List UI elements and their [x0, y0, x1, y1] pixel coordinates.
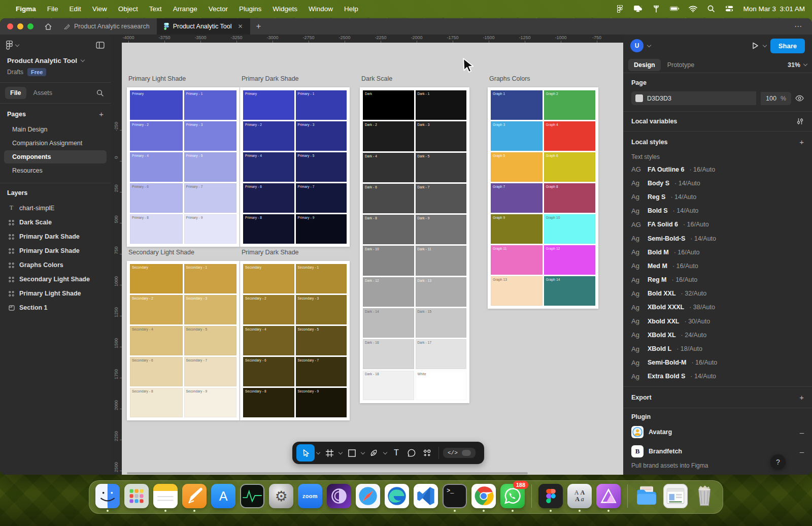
text-style-xbold-xxxl[interactable]: AgXBold XXXL· 38/Auto [623, 301, 812, 314]
color-swatch[interactable]: Dark - 10 [363, 246, 414, 275]
color-swatch[interactable]: Primary - 7 [184, 183, 237, 213]
color-swatch[interactable]: Secondary - 5 [184, 326, 237, 355]
text-style-semi-bold-m[interactable]: AgSemi-Bold-M· 16/Auto [623, 356, 812, 370]
dock-app-store-icon[interactable]: A [211, 484, 235, 508]
text-style-fa-solid-6[interactable]: AGFA Solid 6· 16/Auto [623, 218, 812, 232]
color-swatch[interactable]: Graph 2 [544, 90, 596, 120]
menu-arrange[interactable]: Arrange [167, 5, 203, 13]
dock-launchpad-icon[interactable] [124, 484, 149, 508]
menu-figma[interactable]: Figma [10, 5, 42, 13]
color-swatch[interactable]: Primary - 5 [296, 152, 347, 182]
figma-main-menu-icon[interactable] [6, 41, 13, 50]
dock-font-book-icon[interactable]: A AA a [567, 484, 592, 508]
dock-downloads-folder-icon[interactable] [634, 484, 659, 508]
menu-widgets[interactable]: Widgets [267, 5, 303, 13]
dock-whatsapp-icon[interactable]: 188 [500, 484, 525, 508]
text-tool[interactable]: T [389, 444, 404, 462]
page-item-main-design[interactable]: Main Design [4, 123, 107, 136]
text-style-xbold-l[interactable]: AgXBold L· 18/Auto [623, 342, 812, 355]
control-center-icon[interactable] [725, 5, 734, 13]
file-title-dropdown[interactable]: Product Analytic Tool [7, 57, 104, 64]
color-swatch[interactable]: Dark - 13 [416, 277, 467, 307]
home-button[interactable] [40, 18, 57, 35]
frame-secondary-light-shade[interactable]: SecondarySecondary - 1Secondary - 2Secon… [127, 261, 240, 420]
share-button[interactable]: Share [770, 39, 805, 53]
horizontal-scrollbar[interactable] [127, 472, 528, 474]
tab-product-analytic-research[interactable]: Product Analytic resaearch [57, 18, 157, 35]
color-swatch[interactable]: Secondary - 4 [130, 326, 183, 355]
layer-primary-dark-shade[interactable]: Primary Dark Shade [0, 229, 111, 244]
page-item-comparision-assignment[interactable]: Comparision Assignment [4, 137, 107, 150]
color-swatch[interactable]: Primary - 1 [296, 90, 347, 120]
color-swatch[interactable]: Secondary - 2 [243, 295, 294, 324]
add-page-button[interactable]: + [99, 110, 104, 118]
frame-tool-dropdown[interactable] [337, 452, 344, 454]
color-swatch[interactable]: Dark - 4 [363, 153, 414, 182]
color-swatch[interactable]: Graph 10 [544, 214, 596, 244]
text-style-xbold-xl[interactable]: AgXBold XL· 24/Auto [623, 328, 812, 342]
dock-vscode-icon[interactable] [414, 484, 438, 508]
color-swatch[interactable]: Dark - 3 [416, 121, 467, 151]
dock-zoom-icon[interactable]: zoom [298, 484, 322, 508]
dock-finder-icon[interactable] [95, 484, 120, 508]
color-swatch[interactable]: Secondary - 6 [243, 357, 294, 386]
plugin-avatarg-row[interactable]: Avatarg – [623, 422, 812, 442]
tab-assets[interactable]: Assets [28, 87, 58, 99]
text-style-fa-outline-6[interactable]: AGFA Outline 6· 16/Auto [623, 162, 812, 176]
text-style-reg-m[interactable]: AgReg M· 16/Auto [623, 273, 812, 287]
frame-primary-dark-shade[interactable]: PrimaryPrimary - 1Primary - 2Primary - 3… [240, 87, 350, 247]
layer-primary-dark-shade[interactable]: Primary Dark Shade [0, 244, 111, 258]
zoom-window-button[interactable] [27, 23, 33, 29]
local-variables-row[interactable]: Local variables [631, 118, 804, 125]
new-tab-button[interactable]: + [250, 18, 267, 35]
menu-clock[interactable]: Mon Mar 3 3:01 AM [743, 5, 805, 13]
color-swatch[interactable]: Dark - 18 [363, 371, 414, 400]
menu-plugins[interactable]: Plugins [233, 5, 267, 13]
frame-dark-scale[interactable]: DarkDark - 1Dark - 2Dark - 3Dark - 4Dark… [360, 87, 469, 403]
color-swatch[interactable]: Dark - 6 [363, 184, 414, 213]
page-item-resources[interactable]: Resources [4, 164, 107, 177]
color-swatch[interactable]: Dark - 8 [363, 215, 414, 244]
page-color-chip[interactable] [635, 94, 643, 102]
layer-graphs-colors[interactable]: Graphs Colors [0, 258, 111, 272]
user-avatar[interactable]: U [630, 39, 644, 52]
pen-tool[interactable] [366, 444, 382, 462]
menu-text[interactable]: Text [144, 5, 167, 13]
page-color-field[interactable]: D3D3D3 [631, 91, 756, 105]
actions-tool[interactable] [419, 444, 434, 462]
color-swatch[interactable]: Dark - 15 [416, 308, 467, 338]
search-icon[interactable] [706, 5, 716, 13]
color-swatch[interactable]: Graph 11 [491, 245, 543, 275]
dock-chrome-icon[interactable] [471, 484, 496, 508]
color-swatch[interactable]: Primary [243, 90, 294, 120]
dock-safari-icon[interactable] [356, 484, 380, 508]
color-swatch[interactable]: Graph 9 [491, 214, 543, 244]
toggle-sidebar-icon[interactable] [96, 42, 105, 49]
color-swatch[interactable]: Graph 4 [544, 121, 596, 151]
color-swatch[interactable]: Dark - 11 [416, 246, 467, 275]
color-swatch[interactable]: Secondary - 9 [184, 388, 237, 417]
color-swatch[interactable]: Dark - 7 [416, 184, 467, 213]
color-swatch[interactable]: Primary - 2 [130, 121, 183, 151]
color-swatch[interactable]: Secondary - 9 [296, 388, 347, 417]
tab-file[interactable]: File [5, 87, 26, 99]
color-swatch[interactable]: Primary - 9 [296, 214, 347, 244]
color-swatch[interactable]: Graph 14 [544, 276, 596, 306]
main-menu-chevron-icon[interactable] [15, 42, 19, 46]
dock-affinity-icon[interactable] [596, 484, 621, 508]
tab-prototype[interactable]: Prototype [662, 59, 700, 71]
text-style-bold-xxl[interactable]: AgBold XXL· 32/Auto [623, 287, 812, 301]
color-swatch[interactable]: Primary - 8 [130, 214, 183, 244]
text-style-bold-s[interactable]: AgBold S· 14/Auto [623, 204, 812, 218]
page-item-components[interactable]: Components [4, 150, 107, 163]
color-swatch[interactable]: Dark - 2 [363, 121, 414, 151]
menu-file[interactable]: File [42, 5, 64, 13]
remove-plugin-icon[interactable]: – [800, 447, 804, 456]
color-swatch[interactable]: Secondary - 4 [243, 326, 294, 355]
wifi-icon[interactable] [688, 5, 697, 13]
text-style-semi-bold-s[interactable]: AgSemi-Bold-S· 14/Auto [623, 232, 812, 245]
dock-figma-icon[interactable] [538, 484, 563, 508]
shape-tool-dropdown[interactable] [359, 452, 366, 454]
pen-tool-dropdown[interactable] [382, 452, 389, 454]
menu-vector[interactable]: Vector [203, 5, 233, 13]
